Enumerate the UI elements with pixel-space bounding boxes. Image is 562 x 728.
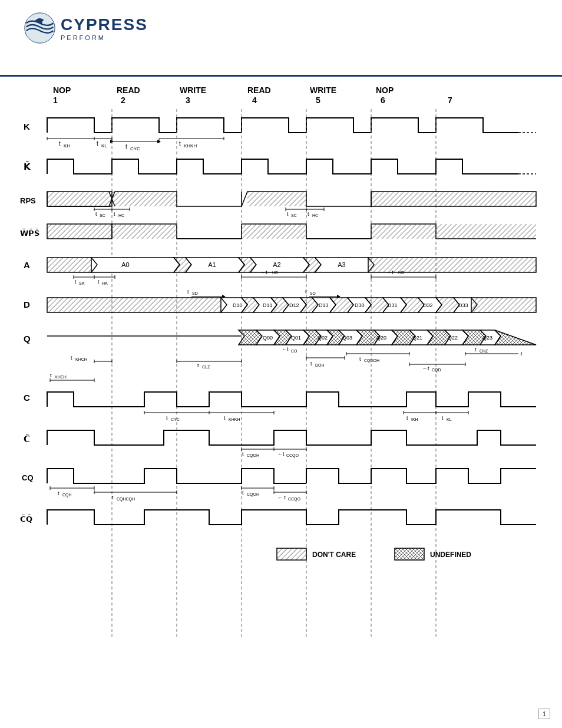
svg-text:CQD: CQD: [432, 368, 441, 373]
svg-text:READ: READ: [247, 85, 271, 95]
svg-text:4: 4: [252, 95, 257, 105]
svg-text:t: t: [197, 363, 199, 368]
svg-text:t: t: [75, 279, 77, 285]
svg-text:KHCH: KHCH: [55, 375, 67, 379]
svg-rect-67: [47, 224, 112, 239]
svg-text:5: 5: [316, 95, 320, 105]
svg-text:t: t: [179, 140, 181, 147]
svg-text:A2: A2: [273, 261, 280, 268]
svg-text:KL: KL: [101, 143, 107, 149]
svg-text:HA: HA: [102, 281, 108, 285]
svg-text:K̄: K̄: [24, 162, 31, 172]
company-tagline: PERFORM: [61, 34, 148, 41]
svg-text:t: t: [308, 211, 309, 217]
svg-text:t: t: [287, 211, 289, 217]
svg-text:SC: SC: [100, 213, 105, 218]
svg-text:HD: HD: [398, 271, 404, 275]
svg-text:HC: HC: [118, 213, 124, 218]
svg-rect-68: [112, 224, 177, 239]
svg-text:NOP: NOP: [53, 85, 71, 95]
svg-text:UNDEFINED: UNDEFINED: [430, 551, 471, 559]
svg-text:←t: ←t: [422, 365, 429, 371]
svg-rect-112: [47, 298, 221, 312]
svg-text:D11: D11: [263, 302, 273, 308]
svg-text:D12: D12: [289, 302, 299, 308]
svg-text:t: t: [359, 356, 361, 362]
svg-rect-73: [47, 258, 91, 272]
svg-rect-136: [471, 298, 536, 312]
svg-text:CLZ: CLZ: [202, 365, 210, 369]
svg-text:←t: ←t: [260, 269, 267, 275]
svg-text:←t: ←t: [386, 269, 394, 275]
svg-text:CYC: CYC: [171, 417, 180, 421]
svg-text:CCQO: CCQO: [288, 497, 301, 502]
svg-text:Q22: Q22: [448, 335, 458, 341]
svg-text:t: t: [114, 211, 115, 217]
page-header: CYPRESS PERFORM: [0, 0, 562, 77]
svg-text:3: 3: [186, 95, 190, 105]
svg-text:K: K: [24, 121, 30, 131]
svg-text:Q20: Q20: [376, 335, 386, 341]
svg-text:t: t: [187, 289, 189, 295]
svg-text:D13: D13: [319, 302, 329, 308]
cypress-logo-icon: [24, 12, 56, 44]
svg-text:D: D: [24, 299, 30, 309]
svg-text:IKH: IKH: [411, 417, 418, 421]
svg-text:t: t: [95, 211, 97, 217]
svg-text:Q02: Q02: [318, 335, 328, 341]
svg-text:CO: CO: [291, 349, 297, 353]
svg-rect-69: [242, 224, 306, 239]
svg-rect-46: [247, 192, 306, 206]
svg-text:SA: SA: [79, 281, 85, 285]
svg-text:6: 6: [381, 95, 385, 105]
svg-text:1: 1: [53, 95, 58, 105]
svg-rect-71: [436, 224, 536, 239]
svg-text:WRITE: WRITE: [310, 85, 336, 95]
svg-text:t: t: [305, 289, 307, 295]
svg-text:t: t: [242, 451, 244, 457]
svg-text:t: t: [98, 279, 100, 285]
svg-text:Q21: Q21: [412, 335, 422, 341]
svg-text:A: A: [24, 260, 30, 270]
svg-rect-85: [368, 258, 536, 272]
svg-text:Q23: Q23: [482, 335, 492, 341]
svg-text:RPS: RPS: [20, 196, 36, 205]
svg-text:CQH: CQH: [62, 493, 72, 498]
svg-text:t: t: [97, 140, 98, 147]
svg-text:C̄: C̄: [24, 434, 30, 444]
svg-rect-44: [47, 192, 112, 206]
svg-text:SD: SD: [310, 291, 316, 295]
svg-text:C: C: [24, 393, 30, 403]
svg-text:7: 7: [448, 95, 452, 105]
svg-text:t: t: [71, 355, 72, 361]
svg-text:t: t: [242, 490, 244, 496]
svg-text:KHCH: KHCH: [75, 357, 87, 361]
svg-text:SD: SD: [192, 291, 198, 295]
svg-text:Q: Q: [24, 334, 31, 344]
svg-text:CQHCQH: CQHCQH: [117, 497, 135, 502]
svg-text:NOP: NOP: [376, 85, 394, 95]
svg-text:SC: SC: [291, 213, 297, 218]
company-name: CYPRESS: [61, 15, 148, 34]
svg-rect-45: [112, 192, 177, 206]
svg-text:KHKH: KHKH: [184, 143, 197, 149]
svg-marker-74: [91, 258, 180, 272]
svg-text:←t: ←t: [277, 451, 285, 457]
timing-diagram: NOP 1 READ 2 WRITE 3 READ 4 WRITE 5 NOP …: [18, 83, 548, 672]
svg-text:C̄Q̄: C̄Q̄: [20, 515, 32, 523]
logo-text: CYPRESS PERFORM: [61, 15, 148, 41]
svg-text:t: t: [406, 415, 408, 421]
svg-text:READ: READ: [117, 85, 140, 95]
svg-text:CQOH: CQOH: [247, 492, 259, 497]
page-number: 1: [538, 709, 550, 719]
svg-text:t: t: [125, 143, 127, 150]
svg-text:CQDOH: CQDOH: [364, 358, 379, 363]
svg-text:DOH: DOH: [315, 363, 325, 367]
svg-text:t: t: [59, 140, 61, 147]
svg-text:A1: A1: [208, 261, 216, 268]
svg-text:2: 2: [121, 95, 125, 105]
svg-text:t: t: [310, 361, 312, 367]
svg-text:DON'T CARE: DON'T CARE: [312, 551, 356, 559]
svg-text:t: t: [166, 415, 168, 421]
svg-text:D33: D33: [458, 302, 468, 308]
